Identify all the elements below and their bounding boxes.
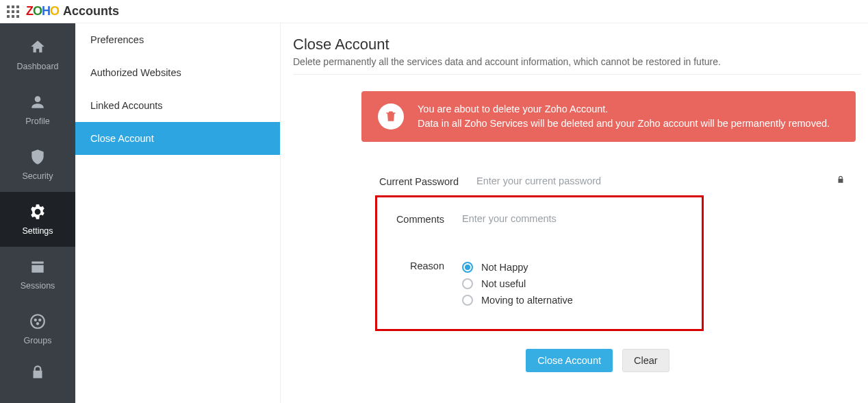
- settings-subnav: Preferences Authorized Websites Linked A…: [75, 23, 281, 403]
- nav-label: Sessions: [21, 281, 55, 291]
- reason-option-not-happy[interactable]: Not Happy: [462, 259, 693, 276]
- nav-settings[interactable]: Settings: [0, 192, 75, 247]
- svg-rect-1: [12, 5, 14, 8]
- clear-button[interactable]: Clear: [622, 349, 669, 372]
- radio-checked-icon: [462, 262, 473, 273]
- nav-security[interactable]: Security: [0, 137, 75, 192]
- reason-label: Reason: [385, 259, 462, 271]
- radio-unchecked-icon: [462, 295, 473, 306]
- topbar: ZOHO Accounts: [0, 0, 868, 23]
- divider: [293, 74, 861, 75]
- comments-input[interactable]: Enter your comments: [462, 213, 557, 224]
- calendar-icon: [29, 258, 47, 278]
- password-input[interactable]: Enter your current password: [476, 175, 834, 186]
- page-description: Delete permanently all the services data…: [293, 56, 861, 67]
- svg-rect-5: [16, 10, 19, 13]
- lock-icon: [834, 175, 861, 187]
- subnav-linked-accounts[interactable]: Linked Accounts: [75, 89, 280, 122]
- apps-grid-icon[interactable]: [7, 5, 19, 18]
- nav-label: Security: [22, 171, 53, 181]
- group-icon: [29, 313, 47, 333]
- svg-rect-0: [7, 5, 10, 8]
- warning-line-1: You are about to delete your Zoho Accoun…: [418, 102, 830, 117]
- highlighted-section: Comments Enter your comments Reason Not …: [375, 195, 704, 331]
- reason-option-moving[interactable]: Moving to alternative: [462, 292, 693, 308]
- password-row: Current Password Enter your current pass…: [293, 169, 861, 195]
- nav-dashboard[interactable]: Dashboard: [0, 27, 75, 82]
- reason-option-not-useful[interactable]: Not useful: [462, 276, 693, 292]
- action-buttons: Close Account Clear: [293, 349, 861, 372]
- svg-rect-2: [16, 5, 19, 8]
- page-title: Close Account: [293, 36, 861, 53]
- nav-label: Profile: [25, 117, 49, 126]
- shield-icon: [29, 148, 47, 169]
- svg-point-12: [36, 322, 39, 325]
- warning-banner: You are about to delete your Zoho Accoun…: [361, 91, 856, 142]
- nav-label: Dashboard: [16, 62, 58, 71]
- comments-label: Comments: [385, 212, 462, 225]
- nav-profile[interactable]: Profile: [0, 82, 75, 137]
- svg-rect-6: [7, 15, 10, 18]
- svg-rect-8: [16, 15, 19, 18]
- nav-label: Settings: [22, 226, 53, 236]
- password-label: Current Password: [361, 175, 476, 187]
- svg-point-11: [38, 319, 41, 321]
- app-name: Accounts: [63, 4, 119, 19]
- trash-icon: [378, 103, 404, 130]
- sidebar: Dashboard Profile Security Settings Sess…: [0, 23, 75, 403]
- nav-label: Groups: [24, 336, 52, 345]
- subnav-close-account[interactable]: Close Account: [75, 122, 280, 155]
- svg-point-10: [34, 319, 37, 321]
- reason-option-label: Moving to alternative: [481, 295, 573, 306]
- gear-icon: [29, 203, 47, 223]
- radio-unchecked-icon: [462, 278, 473, 289]
- lock-icon: [29, 363, 47, 384]
- nav-lock[interactable]: [0, 356, 75, 391]
- zoho-logo: ZOHO: [26, 4, 59, 19]
- svg-rect-4: [12, 10, 14, 13]
- main-content: Close Account Delete permanently all the…: [281, 23, 868, 403]
- close-account-button[interactable]: Close Account: [526, 349, 613, 372]
- warning-line-2: Data in all Zoho Services will be delete…: [418, 117, 830, 131]
- user-icon: [29, 93, 47, 114]
- subnav-preferences[interactable]: Preferences: [75, 23, 280, 56]
- reason-option-label: Not Happy: [481, 262, 528, 273]
- svg-rect-3: [7, 10, 10, 13]
- svg-rect-7: [12, 15, 14, 18]
- nav-groups[interactable]: Groups: [0, 302, 75, 356]
- home-icon: [29, 38, 47, 59]
- subnav-authorized-websites[interactable]: Authorized Websites: [75, 56, 280, 89]
- nav-sessions[interactable]: Sessions: [0, 247, 75, 302]
- reason-option-label: Not useful: [481, 278, 526, 289]
- brand: ZOHO Accounts: [26, 4, 119, 19]
- svg-point-9: [31, 315, 44, 328]
